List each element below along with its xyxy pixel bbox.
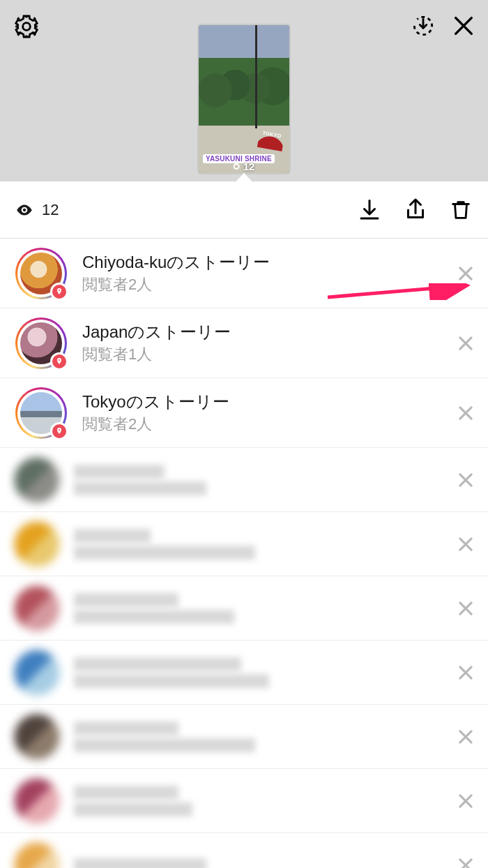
share-icon[interactable] (403, 197, 428, 223)
viewer-row[interactable] (0, 641, 488, 705)
location-pin-icon (50, 352, 68, 371)
story-fan-sticker (257, 128, 285, 151)
story-avatar[interactable] (15, 248, 67, 299)
viewer-row[interactable] (0, 448, 488, 512)
viewer-row[interactable] (0, 769, 488, 833)
story-thumbnail[interactable]: YASUKUNI SHRINE 12 (199, 25, 289, 173)
viewer-avatar[interactable] (15, 779, 59, 823)
settings-icon[interactable] (13, 13, 40, 40)
viewer-avatar[interactable] (15, 587, 59, 630)
viewers-list: Chiyoda-kuのストーリー 閲覧者2人 Japanのストーリー 閲覧者1人… (0, 239, 488, 868)
story-row-subtitle: 閲覧者2人 (82, 414, 456, 435)
svg-point-1 (23, 208, 26, 211)
location-story-row[interactable]: Tokyoのストーリー 閲覧者2人 (0, 378, 488, 448)
story-preview-header: YASUKUNI SHRINE 12 (0, 0, 488, 181)
remove-icon[interactable] (456, 791, 475, 811)
remove-icon[interactable] (456, 403, 475, 423)
story-avatar[interactable] (15, 387, 67, 439)
viewer-row[interactable] (0, 705, 488, 769)
story-row-title: Japanのストーリー (82, 322, 456, 343)
viewer-avatar[interactable] (15, 651, 59, 694)
story-row-subtitle: 閲覧者2人 (82, 274, 456, 295)
remove-icon[interactable] (456, 727, 475, 747)
thumbnail-view-count: 12 (234, 160, 255, 172)
location-story-row[interactable]: Japanのストーリー 閲覧者1人 (0, 308, 488, 378)
view-count-value: 12 (42, 201, 59, 219)
svg-point-0 (23, 23, 31, 31)
story-row-subtitle: 閲覧者1人 (82, 344, 456, 365)
remove-icon[interactable] (456, 599, 475, 618)
remove-icon[interactable] (456, 663, 475, 682)
delete-icon[interactable] (449, 198, 473, 222)
remove-icon[interactable] (456, 855, 475, 869)
story-action-bar: 12 (0, 181, 488, 239)
location-pin-icon (50, 283, 68, 301)
view-count: 12 (15, 201, 59, 219)
viewer-row[interactable] (0, 576, 488, 641)
viewer-avatar[interactable] (15, 844, 59, 869)
story-save-icon[interactable] (410, 13, 436, 39)
remove-icon[interactable] (456, 334, 475, 353)
story-avatar[interactable] (15, 317, 67, 369)
remove-icon[interactable] (456, 534, 475, 554)
viewer-avatar[interactable] (15, 458, 59, 502)
location-story-row[interactable]: Chiyoda-kuのストーリー 閲覧者2人 (0, 239, 488, 308)
download-icon[interactable] (357, 197, 382, 223)
remove-icon[interactable] (456, 264, 475, 283)
story-row-title: Tokyoのストーリー (82, 391, 456, 412)
viewer-avatar[interactable] (15, 715, 59, 758)
remove-icon[interactable] (456, 470, 475, 490)
close-icon[interactable] (452, 14, 475, 38)
viewer-row[interactable] (0, 833, 488, 868)
story-row-title: Chiyoda-kuのストーリー (82, 252, 456, 273)
viewer-avatar[interactable] (15, 523, 59, 566)
eye-icon (15, 201, 33, 219)
location-pin-icon (50, 422, 68, 440)
viewer-row[interactable] (0, 512, 488, 576)
